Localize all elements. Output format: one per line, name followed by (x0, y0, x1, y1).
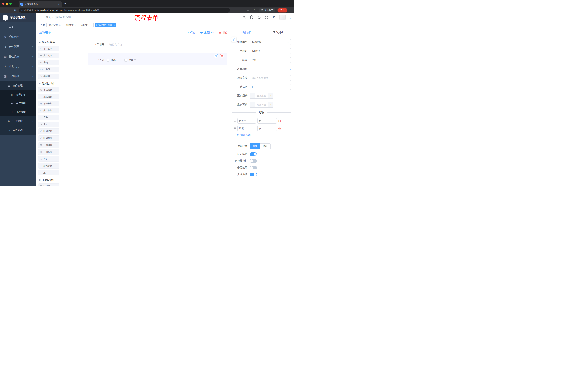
tab-form-props[interactable]: 表单属性 (262, 29, 294, 36)
sidebar-item-home[interactable]: ◔ 首页 (0, 22, 36, 32)
palette-chip-date-range[interactable]: ▦日期范围 (38, 149, 59, 155)
component-type-select[interactable]: 多选框组 ∨ (250, 39, 291, 45)
update-button[interactable]: 更新 (278, 8, 287, 12)
palette-chip-color-picker[interactable]: ◕颜色选择 (38, 163, 59, 169)
tab-component-props[interactable]: 组件属性 (231, 29, 262, 36)
sidebar-item-process-form[interactable]: ▥ 流程表单 (0, 90, 36, 99)
tag-home[interactable]: 首页 (39, 23, 47, 28)
phone-field[interactable]: *手机号 (89, 41, 225, 48)
palette-chip-slider[interactable]: ⊸滑块 (38, 122, 59, 127)
reload-icon[interactable]: ↻ (13, 8, 18, 12)
field-name-input[interactable] (250, 48, 291, 54)
selected-component-gender[interactable]: *性别 选项一 选项二 (88, 53, 227, 65)
sidebar-collapse-icon[interactable]: ☰ (40, 15, 42, 19)
max-select-stepper[interactable]: − 最多可选 + (250, 102, 273, 107)
default-value-input[interactable] (250, 84, 291, 90)
tag-process-form[interactable]: 流程表单 × (79, 23, 94, 28)
back-icon[interactable]: ← (2, 8, 7, 12)
sidebar-item-payment[interactable]: ¥ 支付管理 ∨ (0, 42, 36, 52)
sidebar-item-infrastructure[interactable]: ▤ 基础设施 ∨ (0, 52, 36, 62)
avatar-caret-icon[interactable]: ∨ (289, 18, 291, 20)
option-value-input[interactable] (257, 126, 277, 131)
disabled-switch[interactable] (250, 166, 257, 170)
close-icon[interactable]: × (75, 24, 76, 26)
fullscreen-icon[interactable] (264, 15, 269, 19)
sidebar-item-devtools[interactable]: ⚒ 研发工具 ∨ (0, 62, 36, 71)
remove-option-icon[interactable]: ⊖ (278, 127, 281, 130)
close-icon[interactable]: × (59, 24, 61, 26)
avatar[interactable] (279, 15, 286, 20)
tag-process-model[interactable]: 流程模型 × (63, 23, 78, 28)
sidebar-logo[interactable]: 芋道管理系统 (0, 13, 36, 22)
link-icon[interactable] (231, 37, 236, 42)
decrease-icon[interactable]: − (250, 102, 255, 107)
increase-icon[interactable]: + (268, 93, 273, 98)
palette-chip-radio-group[interactable]: ◉单选框组 (38, 101, 59, 106)
palette-chip-upload[interactable]: ☁上传 (38, 170, 59, 175)
search-icon[interactable] (242, 15, 246, 19)
drag-handle-icon[interactable]: ☰ (234, 127, 236, 130)
phone-input[interactable] (107, 41, 221, 48)
sidebar-item-system[interactable]: ⚙ 系统管理 ∨ (0, 32, 36, 42)
palette-chip-switch[interactable]: ◐开关 (38, 115, 59, 120)
save-button[interactable]: ✓ 保存 (187, 31, 196, 34)
add-option-button[interactable]: ⊕ 添加选项 (237, 133, 291, 137)
bookmark-star-icon[interactable]: ☆ (252, 8, 256, 12)
palette-chip-multi-line-text[interactable]: ☰多行文本 (38, 53, 59, 58)
palette-chip-checkbox-group[interactable]: ☑多选框组 (38, 108, 59, 113)
palette-chip-time-picker[interactable]: ◷时间选择 (38, 128, 59, 134)
palette-chip-date-picker[interactable]: ▦日期选择 (38, 142, 59, 148)
tab-close-icon[interactable]: × (58, 3, 60, 6)
style-button-button[interactable]: 按钮 (260, 143, 271, 149)
checkbox-option-1[interactable]: 选项一 (107, 59, 118, 62)
close-icon[interactable]: × (91, 24, 92, 26)
delete-component-button[interactable] (220, 54, 224, 58)
browser-menu-icon[interactable]: ⋮ (289, 9, 292, 12)
tag-process-form-edit[interactable]: 流程表单-编辑 × (94, 23, 116, 28)
form-grid-slider[interactable] (250, 66, 291, 72)
palette-chip-rate[interactable]: ☆评分 (38, 156, 59, 162)
github-icon[interactable] (250, 15, 254, 19)
slider-handle[interactable] (289, 67, 291, 70)
clear-button[interactable]: 清空 (219, 31, 228, 34)
sidebar-item-task-management[interactable]: ⋔ 任务管理 ∨ (0, 117, 36, 126)
window-close-button[interactable] (2, 2, 4, 5)
option-value-input[interactable] (257, 118, 277, 124)
breadcrumb-home[interactable]: 首页 (46, 16, 51, 19)
drag-handle-icon[interactable]: ☰ (234, 119, 236, 122)
border-switch[interactable] (250, 159, 257, 163)
required-switch[interactable] (250, 172, 257, 176)
label-width-input[interactable] (250, 75, 291, 81)
palette-chip-time-range[interactable]: ◶时间范围 (38, 135, 59, 141)
title-input[interactable] (250, 57, 291, 63)
palette-chip-password[interactable]: ⊙密码 (38, 60, 59, 65)
copy-component-button[interactable] (214, 54, 218, 58)
min-select-stepper[interactable]: − 至少应选 + (250, 93, 273, 99)
window-zoom-button[interactable] (10, 2, 12, 5)
palette-chip-cascader[interactable]: ⌥级联选择 (38, 94, 59, 99)
sidebar-item-leave-query[interactable]: ☺ 请假查询 (0, 126, 36, 135)
palette-chip-single-line-text[interactable]: ▭单行文本 (38, 46, 59, 51)
window-minimize-button[interactable] (6, 2, 8, 5)
style-default-button[interactable]: 默认 (250, 143, 260, 149)
forward-icon[interactable]: → (7, 8, 12, 12)
browser-tab[interactable]: 芋道管理系统 × (19, 1, 62, 7)
text-size-icon[interactable]: TT (272, 15, 276, 19)
sidebar-item-workflow[interactable]: ▣ 工作流程 ∧ (0, 71, 36, 81)
view-json-button[interactable]: 查看json (200, 31, 214, 34)
palette-chip-counter[interactable]: 123计数器 (38, 67, 59, 72)
option-label-input[interactable] (237, 126, 256, 131)
sidebar-item-user-group[interactable]: ☻ 用户分组 (0, 99, 36, 108)
palette-chip-editor[interactable]: ✎编辑器 (38, 74, 59, 79)
palette-chip-select[interactable]: ◎下拉选择 (38, 87, 59, 93)
show-label-switch[interactable] (250, 152, 257, 156)
sidebar-item-process-model[interactable]: ✈ 流程模型 (0, 108, 36, 117)
close-icon[interactable]: × (114, 24, 115, 26)
sidebar-item-process-management[interactable]: ☰ 流程管理 ∧ (0, 81, 36, 90)
increase-icon[interactable]: + (268, 102, 273, 107)
password-key-icon[interactable] (246, 8, 250, 12)
tag-process-definition[interactable]: 流程定义 × (48, 23, 62, 28)
palette-chip-row-container[interactable]: ▣行容器 (38, 183, 59, 186)
option-label-input[interactable] (237, 118, 256, 124)
url-bar[interactable]: ⚠ 不安全 dashboard.yudao.iocoder.cn/bpm/man… (19, 8, 230, 12)
